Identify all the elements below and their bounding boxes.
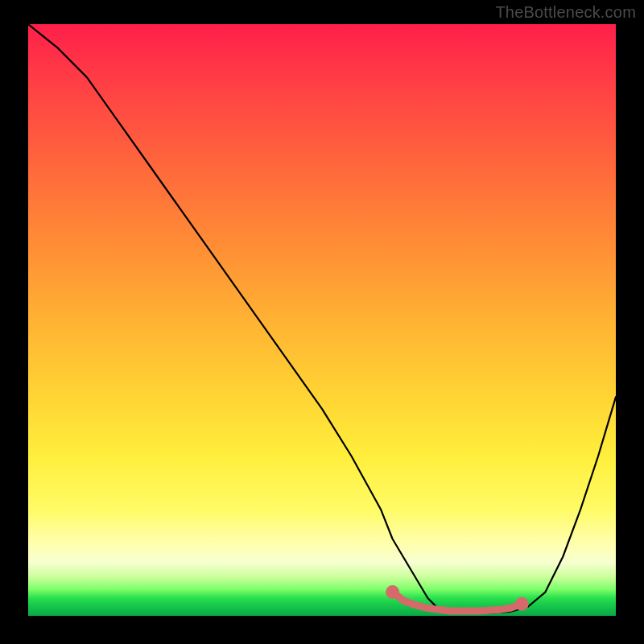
chart-frame: TheBottleneck.com xyxy=(0,0,644,644)
optimal-band-end-dot xyxy=(518,600,526,609)
optimal-band-line xyxy=(393,592,522,612)
watermark-text: TheBottleneck.com xyxy=(495,3,636,22)
plot-area xyxy=(28,24,616,616)
mismatch-curve xyxy=(28,24,616,613)
optimal-band-end-dot xyxy=(388,588,397,597)
optimal-band-markers xyxy=(388,588,526,611)
curve-layer xyxy=(28,24,616,616)
